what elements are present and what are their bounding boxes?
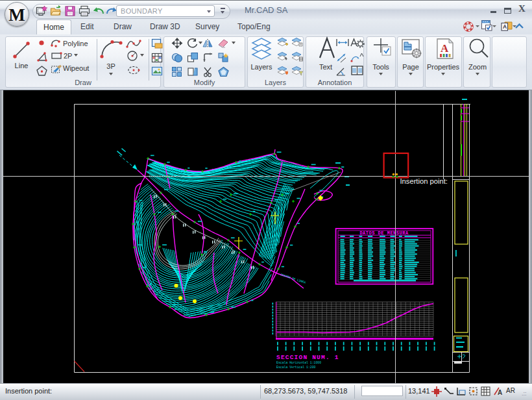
svg-text:Escala Vertical 1:200: Escala Vertical 1:200 (276, 366, 316, 369)
svg-text:SECCION NUM. 1: SECCION NUM. 1 (276, 354, 339, 361)
svg-text:CENTRO DE LINEA: CENTRO DE LINEA (280, 273, 306, 284)
svg-text:Escala Horizontal 1:1000: Escala Horizontal 1:1000 (276, 361, 321, 364)
svg-text:A: A (441, 42, 449, 55)
svg-text:A: A (498, 389, 502, 396)
svg-text:Insertion point:: Insertion point: (400, 177, 448, 185)
svg-text:A: A (503, 23, 507, 30)
svg-text:DATOS DE MENSURA: DATOS DE MENSURA (359, 231, 409, 236)
